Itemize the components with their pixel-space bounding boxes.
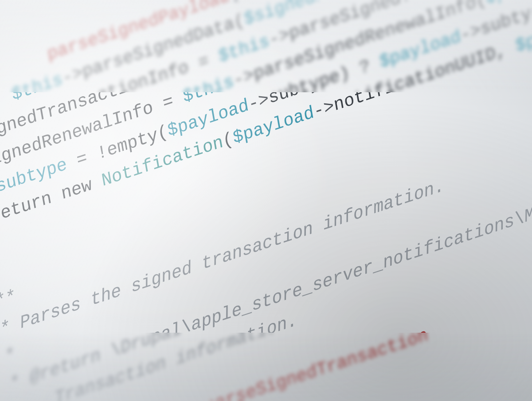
token-arrow: -> <box>61 62 84 89</box>
token-arrow: -> <box>247 88 270 115</box>
token-op: = <box>197 47 220 74</box>
token-op: = <box>65 144 99 174</box>
token-arrow: -> <box>232 64 255 91</box>
code-editor[interactable]: parseSignedPayload(string $signedPayload… <box>0 0 532 401</box>
token-arrow: -> <box>267 24 291 51</box>
screen-photo-viewport: parseSignedPayload(string $signedPayload… <box>0 0 532 401</box>
token-op: = <box>161 87 184 114</box>
token-arrow: -> <box>459 20 482 46</box>
token-op: ? <box>358 52 381 79</box>
token-arrow: -> <box>312 96 336 122</box>
